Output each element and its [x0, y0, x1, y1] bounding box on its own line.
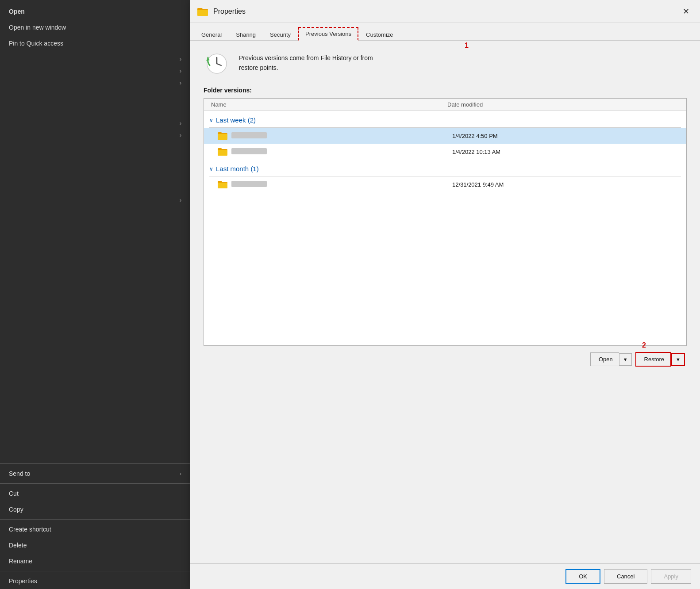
context-menu-item-delete[interactable]: Delete — [0, 537, 190, 553]
folder-icon — [196, 5, 209, 18]
version-row-1-name — [231, 132, 452, 140]
group-last-month: ∨ Last month (1) 12/31/2021 9: — [204, 161, 686, 192]
context-menu-item-rename[interactable]: Rename — [0, 553, 190, 569]
collapse-arrow-last-week: ∨ — [209, 117, 213, 123]
context-menu-item-open-new-window[interactable]: Open in new window — [0, 19, 190, 35]
versions-table: Name Date modified ∨ Last week (2) — [204, 98, 687, 346]
version-row-1[interactable]: 1/4/2022 4:50 PM — [204, 128, 686, 144]
column-header-date: Date modified — [443, 101, 679, 108]
group-header-last-month[interactable]: ∨ Last month (1) — [204, 161, 686, 176]
open-dropdown-button[interactable]: ▼ — [619, 353, 632, 366]
restore-btn-group: Restore ▼ — [635, 352, 685, 367]
versions-table-header: Name Date modified — [204, 99, 686, 111]
column-header-name: Name — [211, 101, 443, 108]
context-menu-item-send-to[interactable]: Send to › — [0, 466, 190, 482]
tabs-bar: General Sharing Security Previous Versio… — [190, 23, 700, 41]
send-to-arrow: › — [180, 471, 181, 476]
restore-dropdown-arrow-icon: ▼ — [676, 357, 681, 362]
open-btn-group: Open ▼ — [590, 352, 632, 366]
restore-button[interactable]: Restore — [635, 352, 672, 367]
annotation-2: 2 — [642, 341, 646, 349]
tab-content: Previous versions come from File History… — [190, 41, 700, 563]
folder-versions-label: Folder versions: — [204, 87, 687, 94]
folder-icon-row3 — [217, 180, 228, 189]
annotation-1: 1 — [465, 42, 469, 50]
group-header-last-week[interactable]: ∨ Last week (2) — [204, 113, 686, 127]
info-section: Previous versions come from File History… — [204, 50, 687, 76]
context-menu-item-copy[interactable]: Copy — [0, 501, 190, 517]
apply-button[interactable]: Apply — [651, 569, 691, 584]
collapse-arrow-last-month: ∨ — [209, 166, 213, 172]
open-dropdown-arrow-icon: ▼ — [623, 357, 628, 362]
title-bar: Properties ✕ — [190, 0, 700, 23]
action-buttons-row: 2 Open ▼ Restore ▼ — [204, 352, 687, 367]
folder-icon-row2 — [217, 147, 228, 156]
version-row-3-date: 12/31/2021 9:49 AM — [452, 181, 673, 188]
context-menu: Open Open in new window Pin to Quick acc… — [0, 0, 190, 589]
dialog-footer: OK Cancel Apply — [190, 563, 700, 589]
info-text: Previous versions come from File History… — [239, 50, 373, 73]
tab-sharing[interactable]: Sharing — [229, 28, 262, 41]
properties-dialog: Properties ✕ 1 General Sharing Security … — [190, 0, 700, 589]
version-row-3[interactable]: 12/31/2021 9:49 AM — [204, 176, 686, 192]
context-menu-item-open[interactable]: Open — [0, 4, 190, 19]
version-row-3-name — [231, 181, 452, 188]
version-row-2[interactable]: 1/4/2022 10:13 AM — [204, 144, 686, 160]
dialog-title: Properties — [213, 8, 678, 15]
restore-dropdown-button[interactable]: ▼ — [671, 353, 685, 366]
cancel-button[interactable]: Cancel — [604, 569, 647, 584]
clock-icon — [204, 50, 230, 76]
version-row-2-name — [231, 148, 452, 156]
folder-icon-row1 — [217, 131, 228, 140]
group-last-week: ∨ Last week (2) 1/4/2022 4:50 — [204, 113, 686, 160]
open-button[interactable]: Open — [590, 352, 619, 366]
close-button[interactable]: ✕ — [678, 4, 694, 19]
tab-customize[interactable]: Customize — [359, 28, 400, 41]
ok-button[interactable]: OK — [565, 569, 600, 584]
tab-previous-versions[interactable]: Previous Versions — [298, 27, 358, 41]
context-menu-item-properties[interactable]: Properties — [0, 573, 190, 589]
version-row-1-date: 1/4/2022 4:50 PM — [452, 133, 673, 139]
context-menu-item-cut[interactable]: Cut — [0, 486, 190, 501]
context-menu-item-create-shortcut[interactable]: Create shortcut — [0, 521, 190, 537]
tab-general[interactable]: General — [195, 28, 228, 41]
tab-security[interactable]: Security — [263, 28, 297, 41]
context-menu-item-pin-quick-access[interactable]: Pin to Quick access — [0, 35, 190, 51]
clock-icon-wrap — [204, 50, 230, 76]
version-row-2-date: 1/4/2022 10:13 AM — [452, 149, 673, 155]
